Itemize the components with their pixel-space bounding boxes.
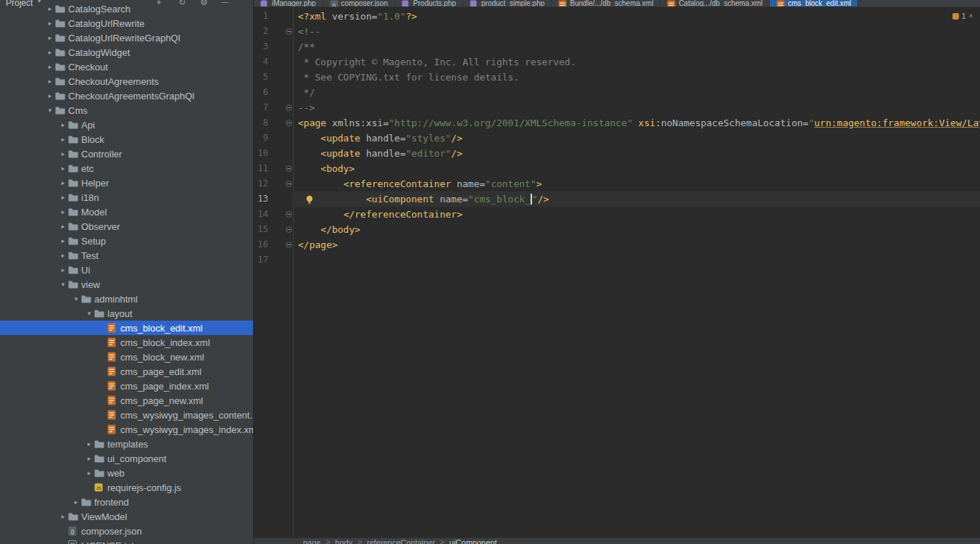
tab-Products.php[interactable]: Products.php	[395, 0, 463, 7]
chevron-down-icon[interactable]: ▾	[84, 306, 94, 321]
line-number[interactable]: 2	[263, 26, 268, 36]
tab-iManager.php[interactable]: iManager.php	[254, 0, 323, 7]
chevron-right-icon[interactable]: ▸	[45, 74, 55, 88]
tree-item-CheckoutAgreementsGraphQl[interactable]: ▸CheckoutAgreementsGraphQl	[0, 88, 253, 103]
line-number[interactable]: 6	[263, 87, 268, 97]
chevron-right-icon[interactable]: ▸	[58, 234, 68, 248]
breadcrumb-body[interactable]: body	[335, 538, 352, 544]
tree-item-cms_page_edit.xml[interactable]: cms_page_edit.xml	[0, 364, 253, 379]
tab-cms_block_edit.xml[interactable]: cms_block_edit.xml	[770, 0, 858, 7]
tab-composer.json[interactable]: {}composer.json	[323, 0, 395, 7]
chevron-right-icon[interactable]: ▸	[58, 190, 68, 205]
chevron-right-icon[interactable]: ▸	[58, 263, 68, 277]
collapse-all-icon[interactable]: ↻	[178, 0, 186, 7]
chevron-right-icon[interactable]: ▸	[84, 451, 94, 466]
tree-item-etc[interactable]: ▸etc	[0, 161, 253, 176]
line-number[interactable]: 10	[258, 148, 268, 158]
tree-item-templates[interactable]: ▸templates	[0, 437, 253, 451]
chevron-right-icon[interactable]: ▸	[71, 495, 81, 509]
tree-item-Cms[interactable]: ▾Cms	[0, 103, 253, 118]
chevron-right-icon[interactable]: ▸	[58, 205, 68, 219]
chevron-right-icon[interactable]: ▸	[58, 176, 68, 190]
line-number[interactable]: 9	[263, 133, 268, 143]
code-line-6[interactable]: */	[294, 85, 980, 100]
tab-Bundle/.../db_schema.xml[interactable]: Bundle/.../db_schema.xml	[552, 0, 660, 7]
chevron-right-icon[interactable]: ▸	[45, 88, 55, 103]
tree-item-cms_block_index.xml[interactable]: cms_block_index.xml	[0, 335, 253, 350]
tree-item-cms_wysiwyg_images_index.xml[interactable]: cms_wysiwyg_images_index.xml	[0, 422, 253, 437]
fold-marker-icon[interactable]	[286, 242, 292, 248]
tree-item-composer.json[interactable]: {}composer.json	[0, 524, 253, 538]
inspections-widget[interactable]: 1 ˄	[952, 12, 973, 20]
chevron-right-icon[interactable]: ▸	[45, 59, 55, 74]
line-number[interactable]: 16	[258, 239, 268, 250]
hide-panel-icon[interactable]: ─	[222, 0, 228, 7]
tree-item-Block[interactable]: ▸Block	[0, 132, 253, 147]
tree-item-LICENSE.txt[interactable]: LICENSE.txt	[0, 538, 253, 544]
line-number[interactable]: 17	[258, 255, 268, 265]
chevron-down-icon[interactable]: ▾	[71, 292, 81, 306]
code-line-16[interactable]: </page>	[294, 237, 980, 252]
code-line-12[interactable]: <referenceContainer name="content">	[294, 176, 980, 191]
tree-item-Model[interactable]: ▸Model	[0, 205, 253, 219]
fold-marker-icon[interactable]	[286, 165, 292, 172]
code-line-1[interactable]: <?xml version="1.0"?>	[294, 9, 980, 24]
chevron-down-icon[interactable]: ▾	[45, 103, 55, 118]
fold-marker-icon[interactable]	[286, 226, 292, 233]
tree-item-Ui[interactable]: ▸Ui	[0, 263, 253, 277]
line-number[interactable]: 3	[263, 41, 268, 51]
fold-marker-icon[interactable]	[286, 120, 292, 126]
tree-item-requirejs-config.js[interactable]: JSrequirejs-config.js	[0, 480, 253, 495]
line-number[interactable]: 11	[258, 163, 268, 173]
chevron-right-icon[interactable]: ▸	[58, 248, 68, 263]
settings-gear-icon[interactable]: ⚙	[200, 0, 208, 7]
code-line-9[interactable]: <update handle="styles"/>	[294, 131, 980, 146]
project-panel-title[interactable]: Project	[6, 0, 33, 8]
code-line-11[interactable]: <body>	[294, 161, 980, 176]
chevron-right-icon[interactable]: ▸	[45, 30, 55, 45]
breadcrumb-uiComponent[interactable]: uiComponent	[449, 538, 497, 544]
fold-marker-icon[interactable]	[286, 104, 292, 111]
tree-item-CheckoutAgreements[interactable]: ▸CheckoutAgreements	[0, 74, 253, 88]
code-line-17[interactable]	[294, 252, 980, 268]
chevron-right-icon[interactable]: ▸	[58, 132, 68, 147]
code-viewport[interactable]: <?xml version="1.0"?><!--/** * Copyright…	[294, 7, 980, 537]
chevron-right-icon[interactable]: ▸	[58, 118, 68, 132]
tree-item-web[interactable]: ▸web	[0, 466, 253, 480]
code-line-3[interactable]: /**	[294, 39, 980, 54]
code-line-15[interactable]: </body>	[294, 222, 980, 237]
line-number[interactable]: 1	[263, 11, 268, 21]
tree-item-adminhtml[interactable]: ▾adminhtml	[0, 292, 253, 306]
code-line-13[interactable]: <uiComponent name="cms_block_"/>	[294, 191, 980, 207]
tree-item-Controller[interactable]: ▸Controller	[0, 147, 253, 161]
tree-item-cms_wysiwyg_images_content.xml[interactable]: cms_wysiwyg_images_content.xml	[0, 408, 253, 422]
line-number[interactable]: 14	[258, 209, 268, 219]
chevron-right-icon[interactable]: ▸	[58, 219, 68, 234]
chevron-right-icon[interactable]: ▸	[84, 437, 94, 451]
tree-item-Helper[interactable]: ▸Helper	[0, 176, 253, 190]
locate-icon[interactable]: ⌖	[157, 0, 162, 7]
tab-product_simple.php[interactable]: product_simple.php	[463, 0, 552, 7]
chevron-right-icon[interactable]: ▸	[58, 161, 68, 176]
tree-item-Api[interactable]: ▸Api	[0, 118, 253, 132]
fold-marker-icon[interactable]	[286, 211, 292, 218]
tree-item-layout[interactable]: ▾layout	[0, 306, 253, 321]
tree-item-cms_page_new.xml[interactable]: cms_page_new.xml	[0, 393, 253, 408]
tree-item-CatalogWidget[interactable]: ▸CatalogWidget	[0, 45, 253, 59]
chevron-right-icon[interactable]: ▸	[45, 16, 55, 30]
line-number[interactable]: 13	[258, 194, 268, 204]
fold-marker-icon[interactable]	[286, 28, 292, 35]
tree-item-CatalogUrlRewriteGraphQl[interactable]: ▸CatalogUrlRewriteGraphQl	[0, 30, 253, 45]
fold-marker-icon[interactable]	[286, 181, 292, 187]
breadcrumb-page[interactable]: page	[303, 538, 320, 544]
tree-item-cms_block_edit.xml[interactable]: cms_block_edit.xml	[0, 321, 253, 335]
chevron-down-icon[interactable]: ▾	[58, 277, 68, 292]
code-line-4[interactable]: * Copyright © Magento, Inc. All rights r…	[294, 54, 980, 70]
chevron-right-icon[interactable]: ▸	[84, 466, 94, 480]
chevron-right-icon[interactable]: ▸	[45, 45, 55, 59]
line-number[interactable]: 15	[258, 224, 268, 234]
tab-Catalog.../db_schema.xml[interactable]: Catalog.../db_schema.xml	[660, 0, 770, 7]
tree-item-ViewModel[interactable]: ▸ViewModel	[0, 509, 253, 524]
tree-item-frontend[interactable]: ▸frontend	[0, 495, 253, 509]
tree-item-Checkout[interactable]: ▸Checkout	[0, 59, 253, 74]
